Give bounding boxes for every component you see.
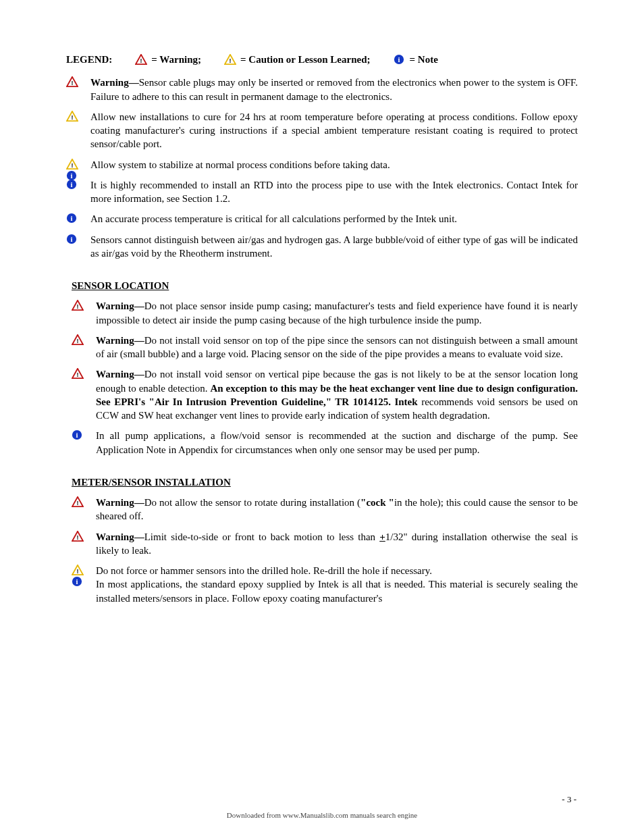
warning-icon: ! — [72, 496, 84, 511]
item-text: Sensors cannot distinguish between air/g… — [90, 234, 578, 259]
svg-text:!: ! — [77, 568, 79, 575]
item-text: In most applications, the standard epoxy… — [96, 579, 578, 603]
list-item: ! Warning — Limit side-to-side or front … — [72, 530, 578, 558]
info-icon: i — [72, 429, 82, 444]
warning-icon: ! — [72, 368, 84, 382]
svg-text:i: i — [71, 181, 73, 188]
lead-word: Warning — [90, 77, 129, 88]
item-text: Do not place sensor inside pump casing; … — [96, 301, 578, 325]
warning-icon: ! — [72, 334, 84, 348]
info-icon: i — [66, 179, 77, 193]
svg-text:!: ! — [72, 80, 74, 86]
svg-text:i: i — [71, 215, 73, 222]
item-text: Do not allow the sensor to rotate during… — [144, 497, 360, 508]
list-item: ! Allow new installations to cure for 24… — [66, 110, 578, 151]
list-item: i In all pump applications, a flow/void … — [72, 429, 578, 457]
lead-word: Warning — [96, 497, 134, 508]
info-icon: i — [66, 213, 77, 227]
svg-text:!: ! — [77, 371, 79, 378]
section-sensor-location: SENSOR LOCATION ! Warning — Do not place… — [72, 279, 578, 457]
list-item: ! Warning — Do not allow the sensor to r… — [72, 496, 578, 523]
caution-icon: ! — [224, 54, 236, 65]
svg-text:!: ! — [72, 161, 74, 168]
item-text: Do not install void sensor on top of the… — [96, 335, 578, 359]
item-text: Limit side-to-side or front to back moti… — [144, 531, 380, 542]
list-item: ! Warning — Do not install void sensor o… — [72, 334, 578, 361]
item-text: In all pump applications, a flow/void se… — [96, 430, 578, 454]
svg-text:!: ! — [230, 57, 232, 64]
intro-list: ! Warning — Sensor cable plugs may only … — [66, 76, 578, 260]
list-item: ! Warning — Do not place sensor inside p… — [72, 299, 578, 327]
list-item: i An accurate process temperature is cri… — [66, 212, 578, 226]
svg-text:i: i — [71, 236, 73, 243]
list-item: ! i Allow system to stabilize at normal … — [66, 158, 578, 172]
svg-text:!: ! — [77, 500, 79, 506]
page-number: - 3 - — [562, 793, 576, 806]
list-item: i It is highly recommended to install an… — [66, 178, 578, 206]
item-text: It is highly recommended to install an R… — [90, 180, 578, 204]
legend-label: LEGEND: — [66, 53, 112, 66]
item-text: An accurate process temperature is criti… — [90, 213, 457, 224]
legend-note: i = Note — [394, 53, 438, 66]
section-meter-sensor-installation: METER/SENSOR INSTALLATION ! Warning — Do… — [72, 475, 578, 605]
list-item: ! i Do not force or hammer sensors into … — [72, 564, 578, 605]
info-icon: i — [72, 576, 82, 590]
svg-text:!: ! — [77, 533, 79, 540]
warning-icon: ! — [72, 300, 84, 314]
item-text-bold: "cock " — [360, 497, 394, 508]
lead-word: Warning — [96, 531, 134, 542]
info-icon: i — [66, 234, 77, 248]
warning-icon: ! — [66, 76, 78, 90]
info-icon: i — [394, 54, 406, 65]
svg-text:!: ! — [140, 57, 142, 64]
item-text: Allow system to stabilize at normal proc… — [90, 159, 390, 170]
item-text: Do not force or hammer sensors into the … — [96, 565, 432, 576]
list-item: ! Warning — Do not install void sensor o… — [72, 367, 578, 422]
list-item: i Sensors cannot distinguish between air… — [66, 233, 578, 261]
item-text: Sensor cable plugs may only be inserted … — [90, 77, 578, 101]
item-text: Allow new installations to cure for 24 h… — [90, 111, 578, 150]
svg-text:i: i — [398, 56, 400, 63]
svg-text:!: ! — [77, 303, 79, 310]
warning-icon: ! — [135, 54, 147, 65]
section-title: METER/SENSOR INSTALLATION — [72, 475, 578, 489]
svg-text:i: i — [76, 432, 78, 439]
legend-row: LEGEND: ! = Warning; ! = Caution or Less… — [66, 53, 578, 66]
legend-caution: ! = Caution or Lesson Learned; — [224, 53, 370, 66]
item-text-bold: + — [379, 531, 385, 542]
lead-word: Warning — [96, 335, 134, 346]
legend-warning: ! = Warning; — [135, 53, 201, 66]
lead-word: Warning — [96, 369, 134, 380]
footer-source[interactable]: Downloaded from www.Manualslib.com manua… — [0, 810, 644, 820]
section-title: SENSOR LOCATION — [72, 279, 578, 292]
lead-word: Warning — [96, 301, 134, 311]
list-item: ! Warning — Sensor cable plugs may only … — [66, 76, 578, 103]
svg-text:i: i — [76, 578, 78, 585]
caution-icon: ! — [66, 111, 78, 125]
svg-text:!: ! — [77, 337, 79, 344]
svg-text:!: ! — [72, 113, 74, 120]
warning-icon: ! — [72, 531, 84, 545]
